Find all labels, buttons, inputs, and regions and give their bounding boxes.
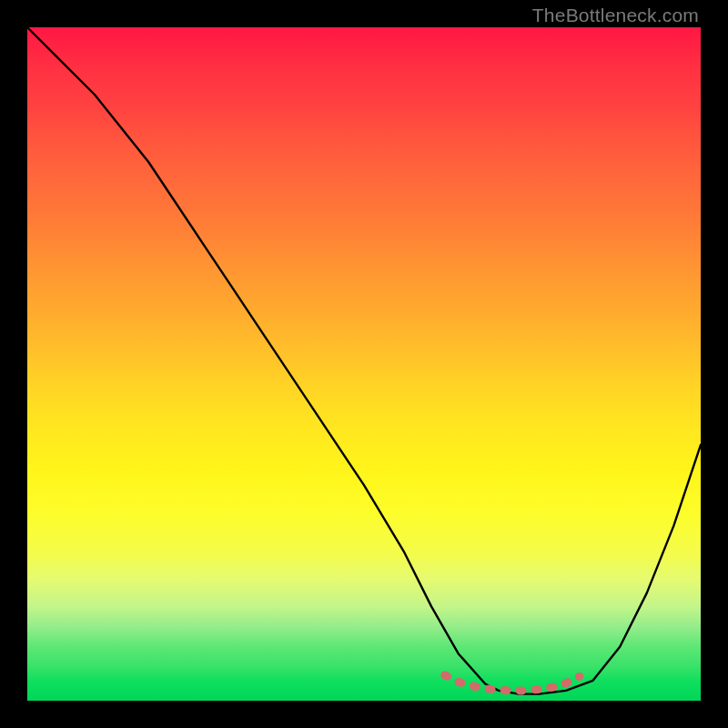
bottleneck-curve-line (27, 27, 701, 694)
minimum-marker-line (445, 675, 580, 691)
chart-svg (27, 27, 701, 701)
watermark-text: TheBottleneck.com (532, 5, 699, 26)
chart-frame (27, 27, 701, 701)
